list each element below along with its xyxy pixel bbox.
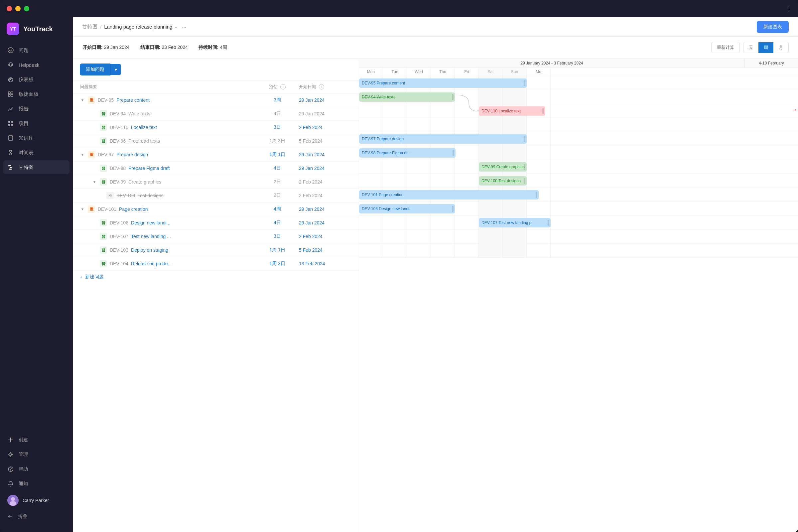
task-name[interactable]: Localize text bbox=[131, 125, 157, 130]
gantt-grid-cell bbox=[359, 230, 383, 243]
gantt-grid-cell bbox=[431, 104, 455, 118]
view-month-button[interactable]: 月 bbox=[773, 42, 788, 53]
sidebar-item-agile[interactable]: 敏捷面板 bbox=[3, 87, 70, 101]
bar-resize-handle[interactable] bbox=[524, 80, 525, 86]
grid-icon bbox=[7, 91, 14, 97]
user-name: Carry Parker bbox=[23, 498, 49, 503]
bell-icon bbox=[7, 480, 14, 487]
gantt-bar[interactable]: DEV-110 Localize text bbox=[479, 107, 545, 116]
gantt-bar[interactable]: DEV-97 Prepare design bbox=[359, 134, 527, 144]
view-day-button[interactable]: 天 bbox=[743, 42, 758, 53]
expand-button[interactable]: ▼ bbox=[80, 97, 85, 103]
sidebar-item-projects[interactable]: 项目 bbox=[3, 116, 70, 130]
task-start-date: 29 Jan 2024 bbox=[299, 152, 352, 157]
task-estimate: 2日 bbox=[256, 179, 299, 185]
bar-resize-handle[interactable] bbox=[542, 108, 544, 114]
maximize-button[interactable] bbox=[24, 6, 29, 11]
sidebar-item-knowledge[interactable]: 知识库 bbox=[3, 131, 70, 145]
gantt-grid-cell bbox=[359, 244, 383, 258]
bar-resize-handle[interactable] bbox=[536, 192, 537, 198]
task-row: 普 DEV-107 Test new landing ... 3日 2 Feb … bbox=[73, 230, 359, 243]
task-start-date: 29 Jan 2024 bbox=[299, 207, 352, 212]
minimize-button[interactable] bbox=[15, 6, 21, 11]
gantt-bar[interactable]: DEV-100 Test designs bbox=[479, 176, 527, 186]
task-title: 普 DEV-94 Write texts bbox=[80, 110, 256, 117]
view-week-button[interactable]: 周 bbox=[758, 42, 773, 53]
sidebar-help[interactable]: 帮助 bbox=[3, 462, 70, 476]
recalculate-button[interactable]: 重新计算 bbox=[711, 42, 740, 53]
sidebar-item-gantt[interactable]: 甘特图 bbox=[3, 160, 70, 174]
gantt-bar[interactable]: DEV-98 Prepare Figma dr... bbox=[359, 148, 456, 158]
bar-resize-handle[interactable] bbox=[524, 164, 525, 170]
sidebar-item-helpdesk[interactable]: Helpdesk bbox=[3, 58, 70, 72]
gantt-grid-cell bbox=[431, 118, 455, 132]
sidebar-item-issues[interactable]: 问题 bbox=[3, 43, 70, 57]
task-name[interactable]: Prepare design bbox=[116, 152, 148, 157]
expand-button[interactable]: ▼ bbox=[80, 152, 85, 157]
expand-button[interactable]: ▼ bbox=[80, 207, 85, 212]
start-date-info-icon[interactable]: i bbox=[319, 84, 324, 90]
expand-button[interactable]: ▼ bbox=[92, 179, 97, 185]
estimate-info-icon[interactable]: i bbox=[280, 84, 286, 90]
bar-resize-handle[interactable] bbox=[524, 136, 525, 142]
bar-resize-handle[interactable] bbox=[452, 206, 454, 212]
sidebar-create[interactable]: 创建 bbox=[3, 433, 70, 447]
gantt-bar[interactable]: DEV-101 Page creation bbox=[359, 190, 539, 200]
task-name[interactable]: Write texts bbox=[128, 111, 150, 116]
breadcrumb-current[interactable]: Landing page release planning ⌄ bbox=[104, 24, 178, 30]
plus-icon: + bbox=[80, 274, 82, 280]
svg-rect-5 bbox=[8, 94, 10, 96]
gantt-grid-cell bbox=[527, 244, 551, 258]
traffic-lights bbox=[7, 6, 29, 11]
titlebar: ⋮ bbox=[0, 0, 798, 17]
new-chart-button[interactable]: 新建图表 bbox=[757, 21, 789, 33]
breadcrumb-more-icon[interactable]: ··· bbox=[182, 24, 186, 30]
breadcrumb-separator: / bbox=[100, 24, 101, 30]
end-date-label: 结束日期: bbox=[140, 44, 160, 50]
svg-point-20 bbox=[10, 501, 16, 506]
gantt-grid-cell bbox=[527, 174, 551, 188]
svg-point-17 bbox=[10, 470, 11, 471]
user-profile[interactable]: Carry Parker bbox=[3, 491, 70, 509]
gantt-bar[interactable]: DEV-94 Write texts bbox=[359, 92, 455, 102]
sidebar-item-dashboard[interactable]: 仪表板 bbox=[3, 73, 70, 87]
gantt-bar[interactable]: DEV-99 Create graphics bbox=[479, 162, 527, 172]
sidebar-item-timesheet[interactable]: 时间表 bbox=[3, 146, 70, 159]
priority-badge: 重 bbox=[88, 151, 95, 158]
task-estimate: 4日 bbox=[256, 111, 299, 117]
gantt-area: 29 January 2024 - 3 February 2024 4-10 F… bbox=[359, 59, 798, 532]
add-issue-button[interactable]: 添加问题 bbox=[80, 63, 110, 75]
titlebar-more-icon[interactable]: ⋮ bbox=[785, 5, 791, 12]
add-issue-dropdown-button[interactable]: ▾ bbox=[110, 64, 121, 75]
task-name[interactable]: Page creation bbox=[119, 207, 148, 212]
task-name[interactable]: Release on produ... bbox=[131, 261, 172, 266]
task-name[interactable]: Proofread texts bbox=[128, 138, 160, 144]
task-name[interactable]: Test designs bbox=[138, 193, 164, 198]
collapse-button[interactable]: 折叠 bbox=[3, 510, 70, 524]
close-button[interactable] bbox=[7, 6, 12, 11]
sidebar-item-helpdesk-label: Helpdesk bbox=[19, 62, 40, 68]
task-name[interactable]: Deploy on staging bbox=[131, 247, 168, 253]
gantt-grid-cell bbox=[527, 90, 551, 104]
task-name[interactable]: Test new landing ... bbox=[131, 234, 171, 239]
sidebar-notifications[interactable]: 通知 bbox=[3, 477, 70, 491]
task-estimate: 1周 1日 bbox=[256, 247, 299, 253]
bar-resize-handle[interactable] bbox=[453, 150, 454, 156]
bar-resize-handle[interactable] bbox=[548, 220, 549, 226]
sidebar-item-reports[interactable]: 报告 bbox=[3, 102, 70, 116]
new-issue-row[interactable]: + 新建问题 bbox=[73, 271, 359, 283]
bar-resize-handle[interactable] bbox=[524, 178, 525, 184]
task-name[interactable]: Prepare Figma draft bbox=[128, 166, 170, 171]
breadcrumb-current-text: Landing page release planning bbox=[104, 24, 172, 30]
gantt-grid-cell bbox=[479, 118, 503, 132]
gantt-row bbox=[359, 244, 798, 258]
gantt-bar[interactable]: DEV-107 Test new landing p bbox=[479, 218, 551, 227]
bar-resize-handle[interactable] bbox=[452, 94, 454, 100]
task-name[interactable]: Design new landi... bbox=[131, 220, 170, 225]
task-name[interactable]: Prepare content bbox=[116, 97, 150, 103]
task-title: 不 DEV-100 Test designs bbox=[80, 192, 256, 199]
task-name[interactable]: Create graphics bbox=[128, 179, 161, 185]
gantt-bar[interactable]: DEV-95 Prepare content bbox=[359, 78, 527, 88]
sidebar-manage[interactable]: 管理 bbox=[3, 448, 70, 461]
gantt-bar[interactable]: DEV-106 Design new landi... bbox=[359, 204, 455, 213]
